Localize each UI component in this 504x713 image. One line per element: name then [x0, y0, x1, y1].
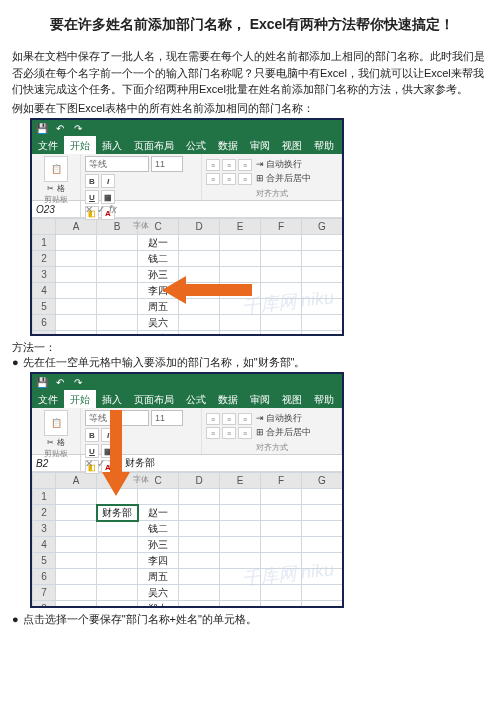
undo-icon[interactable]: ↶ [54, 122, 66, 134]
formula-input[interactable]: 财务部 [121, 456, 342, 470]
row-header[interactable]: 8 [33, 601, 56, 609]
tab-help[interactable]: 帮助 [308, 390, 340, 408]
align-bottom-icon[interactable]: ≡ [238, 413, 252, 425]
col-header[interactable]: F [261, 473, 302, 489]
align-center-icon[interactable]: ≡ [222, 173, 236, 185]
fx-confirm-icon[interactable]: ✓ [97, 204, 105, 215]
row-header[interactable]: 2 [33, 251, 56, 267]
tab-insert[interactable]: 插入 [96, 136, 128, 154]
col-header[interactable]: E [220, 473, 261, 489]
name-box[interactable]: O23 [32, 201, 81, 217]
merge-center-button[interactable]: ⊞ 合并后居中 [256, 427, 311, 439]
border-button[interactable]: ▦ [101, 190, 115, 204]
format-painter[interactable]: ✂ 格 [47, 183, 64, 194]
cell[interactable]: 钱二 [138, 251, 179, 267]
font-size-dropdown[interactable]: 11 [151, 156, 183, 172]
undo-icon[interactable]: ↶ [54, 376, 66, 388]
tab-home[interactable]: 开始 [64, 390, 96, 408]
align-bottom-icon[interactable]: ≡ [238, 159, 252, 171]
font-size-dropdown[interactable]: 11 [151, 410, 183, 426]
tab-help[interactable]: 帮助 [308, 136, 340, 154]
bold-button[interactable]: B [85, 428, 99, 442]
cell[interactable]: 周五 [138, 569, 179, 585]
align-top-icon[interactable]: ≡ [206, 159, 220, 171]
save-icon[interactable]: 💾 [36, 376, 48, 388]
cell[interactable]: 吴六 [138, 585, 179, 601]
wrap-text-button[interactable]: ⇥ 自动换行 [256, 159, 311, 171]
col-header[interactable]: E [220, 219, 261, 235]
tab-formula[interactable]: 公式 [180, 390, 212, 408]
row-header[interactable]: 4 [33, 283, 56, 299]
align-left-icon[interactable]: ≡ [206, 427, 220, 439]
select-all-corner[interactable] [33, 473, 56, 489]
cell[interactable]: 李四 [138, 553, 179, 569]
save-icon[interactable]: 💾 [36, 122, 48, 134]
tab-tellme[interactable]: 操作说明搜 [340, 390, 344, 408]
align-middle-icon[interactable]: ≡ [222, 159, 236, 171]
tab-data[interactable]: 数据 [212, 390, 244, 408]
italic-button[interactable]: I [101, 174, 115, 188]
cell[interactable]: 赵一 [138, 505, 179, 521]
fx-confirm-icon[interactable]: ✓ [97, 458, 105, 469]
underline-button[interactable]: U [85, 190, 99, 204]
align-left-icon[interactable]: ≡ [206, 173, 220, 185]
col-header[interactable]: G [302, 219, 343, 235]
col-header[interactable]: F [261, 219, 302, 235]
tab-review[interactable]: 审阅 [244, 136, 276, 154]
tab-file[interactable]: 文件 [32, 136, 64, 154]
cell[interactable]: 孙三 [138, 267, 179, 283]
redo-icon[interactable]: ↷ [72, 376, 84, 388]
border-button[interactable]: ▦ [101, 444, 115, 458]
col-header[interactable]: G [302, 473, 343, 489]
paste-button[interactable]: 📋 [44, 410, 68, 436]
paste-button[interactable]: 📋 [44, 156, 68, 182]
merge-center-button[interactable]: ⊞ 合并后居中 [256, 173, 311, 185]
cell[interactable]: 吴六 [138, 315, 179, 331]
fx-cancel-icon[interactable]: ✕ [85, 458, 93, 469]
row-header[interactable]: 5 [33, 299, 56, 315]
tab-tellme[interactable]: 操作说明搜 [340, 136, 344, 154]
spreadsheet-grid-1[interactable]: A B C D E F G 1赵一 2钱二 3孙三 4李四 5周五 6吴六 7郑… [32, 218, 343, 336]
tab-layout[interactable]: 页面布局 [128, 136, 180, 154]
row-header[interactable]: 6 [33, 315, 56, 331]
font-name-dropdown[interactable]: 等线 [85, 156, 149, 172]
cell[interactable]: 郑七 [138, 331, 179, 337]
tab-review[interactable]: 审阅 [244, 390, 276, 408]
row-header[interactable]: 6 [33, 569, 56, 585]
row-header[interactable]: 2 [33, 505, 56, 521]
align-center-icon[interactable]: ≡ [222, 427, 236, 439]
tab-data[interactable]: 数据 [212, 136, 244, 154]
fx-icon[interactable]: fx [109, 204, 117, 215]
font-name-dropdown[interactable]: 等线 [85, 410, 149, 426]
select-all-corner[interactable] [33, 219, 56, 235]
underline-button[interactable]: U [85, 444, 99, 458]
italic-button[interactable]: I [101, 428, 115, 442]
wrap-text-button[interactable]: ⇥ 自动换行 [256, 413, 311, 425]
row-header[interactable]: 7 [33, 331, 56, 337]
tab-view[interactable]: 视图 [276, 390, 308, 408]
fx-cancel-icon[interactable]: ✕ [85, 204, 93, 215]
align-right-icon[interactable]: ≡ [238, 427, 252, 439]
tab-home[interactable]: 开始 [64, 136, 96, 154]
fx-icon[interactable]: fx [109, 458, 117, 469]
align-top-icon[interactable]: ≡ [206, 413, 220, 425]
redo-icon[interactable]: ↷ [72, 122, 84, 134]
row-header[interactable]: 3 [33, 521, 56, 537]
align-middle-icon[interactable]: ≡ [222, 413, 236, 425]
tab-file[interactable]: 文件 [32, 390, 64, 408]
row-header[interactable]: 3 [33, 267, 56, 283]
tab-layout[interactable]: 页面布局 [128, 390, 180, 408]
spreadsheet-grid-2[interactable]: A B C D E F G 1 2财务部赵一 3钱二 4孙三 5李四 6周五 7… [32, 472, 343, 608]
tab-view[interactable]: 视图 [276, 136, 308, 154]
row-header[interactable]: 7 [33, 585, 56, 601]
name-box[interactable]: B2 [32, 455, 81, 471]
format-painter[interactable]: ✂ 格 [47, 437, 64, 448]
cell[interactable]: 郑七 [138, 601, 179, 609]
cell[interactable]: 周五 [138, 299, 179, 315]
row-header[interactable]: 1 [33, 489, 56, 505]
cell[interactable]: 李四 [138, 283, 179, 299]
tab-formula[interactable]: 公式 [180, 136, 212, 154]
tab-insert[interactable]: 插入 [96, 390, 128, 408]
align-right-icon[interactable]: ≡ [238, 173, 252, 185]
row-header[interactable]: 1 [33, 235, 56, 251]
